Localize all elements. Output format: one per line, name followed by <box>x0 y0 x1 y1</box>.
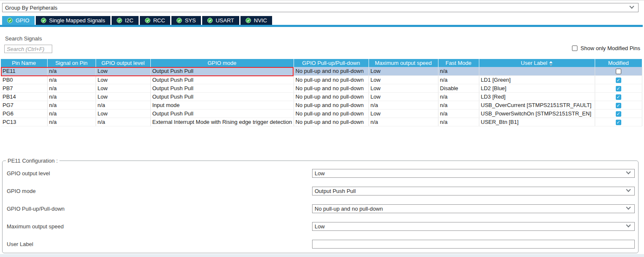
column-header-modified[interactable]: Modified <box>595 59 642 67</box>
cell-pin-name[interactable]: PB0 <box>1 75 47 84</box>
tab-sys[interactable]: SYS <box>171 16 201 25</box>
cell-gpio-pull-up-pull-down[interactable]: No pull-up and no pull-down <box>294 75 369 84</box>
cell-gpio-pull-up-pull-down[interactable]: No pull-up and no pull-down <box>294 101 369 109</box>
cell-user-label[interactable]: USB_PowerSwitchOn [STMPS2151STR_EN] <box>479 109 595 118</box>
show-only-modified-checkbox[interactable]: ✓ <box>572 46 577 51</box>
table-row-pb14[interactable]: PB14n/aLowOutput Push PullNo pull-up and… <box>1 92 642 101</box>
group-by-dropdown[interactable]: Group By Peripherals <box>2 3 639 12</box>
cell-user-label[interactable]: USB_OverCurrent [STMPS2151STR_FAULT] <box>479 101 595 109</box>
cell-user-label[interactable]: LD3 [Red] <box>479 92 595 101</box>
modified-checkbox[interactable]: ✓ <box>616 78 621 83</box>
table-row-pg6[interactable]: PG6n/aLowOutput Push PullNo pull-up and … <box>1 109 642 118</box>
search-signals-label: Search Signals <box>5 35 42 42</box>
cell-gpio-output-level[interactable]: n/a <box>96 101 150 109</box>
cell-signal-on-pin[interactable]: n/a <box>47 109 96 118</box>
cell-user-label[interactable]: LD2 [Blue] <box>479 84 595 92</box>
modified-checkbox[interactable]: ✓ <box>616 111 621 117</box>
cell-user-label[interactable]: USER_Btn [B1] <box>479 118 595 126</box>
tab-rcc[interactable]: RCC <box>140 16 170 25</box>
tab-nvic[interactable]: NVIC <box>240 16 272 25</box>
cell-pin-name[interactable]: PB7 <box>1 84 47 92</box>
cell-pin-name[interactable]: PB14 <box>1 92 47 101</box>
cell-pin-name[interactable]: PE11 <box>1 67 47 75</box>
cell-maximum-output-speed[interactable]: Low <box>369 75 438 84</box>
tab-single-mapped-signals[interactable]: Single Mapped Signals <box>36 16 110 25</box>
cell-gpio-mode[interactable]: Output Push Pull <box>150 109 294 118</box>
cell-fast-mode[interactable]: n/a <box>438 118 479 126</box>
config-dropdown-gpio-mode[interactable]: Output Push Pull <box>312 187 635 195</box>
config-dropdown-gpio-output-level[interactable]: Low <box>312 169 635 178</box>
cell-fast-mode[interactable]: n/a <box>438 75 479 84</box>
column-header-user-label[interactable]: User Label <box>479 59 595 67</box>
cell-pin-name[interactable]: PG7 <box>1 101 47 109</box>
config-label-gpio-pull-up-pull-down: GPIO Pull-up/Pull-down <box>7 206 312 212</box>
column-header-gpio-pull-up-pull-down[interactable]: GPIO Pull-up/Pull-down <box>294 59 369 67</box>
cell-gpio-pull-up-pull-down[interactable]: No pull-up and no pull-down <box>294 92 369 101</box>
cell-fast-mode[interactable]: n/a <box>438 101 479 109</box>
table-row-pb7[interactable]: PB7n/aLowOutput Push PullNo pull-up and … <box>1 84 642 92</box>
search-input[interactable] <box>4 45 52 53</box>
show-only-modified-filter[interactable]: ✓ Show only Modified Pins <box>572 45 640 51</box>
table-row-pc13[interactable]: PC13n/an/aExternal Interrupt Mode with R… <box>1 118 642 126</box>
cell-fast-mode[interactable]: n/a <box>438 109 479 118</box>
tab-usart[interactable]: USART <box>202 16 239 25</box>
cell-pin-name[interactable]: PC13 <box>1 118 47 126</box>
cell-maximum-output-speed[interactable]: Low <box>369 67 438 75</box>
cell-gpio-mode[interactable]: Input mode <box>150 101 294 109</box>
cell-user-label[interactable] <box>479 67 595 75</box>
cell-maximum-output-speed[interactable]: Low <box>369 84 438 92</box>
cell-gpio-mode[interactable]: Output Push Pull <box>150 67 294 75</box>
cell-user-label[interactable]: LD1 [Green] <box>479 75 595 84</box>
cell-fast-mode[interactable]: n/a <box>438 67 479 75</box>
table-row-pe11[interactable]: PE11n/aLowOutput Push PullNo pull-up and… <box>1 67 642 75</box>
cell-gpio-mode[interactable]: External Interrupt Mode with Rising edge… <box>150 118 294 126</box>
cell-gpio-output-level[interactable]: Low <box>96 109 150 118</box>
modified-checkbox[interactable]: ✓ <box>616 103 621 108</box>
cell-gpio-output-level[interactable]: Low <box>96 92 150 101</box>
cell-gpio-pull-up-pull-down[interactable]: No pull-up and no pull-down <box>294 67 369 75</box>
cell-signal-on-pin[interactable]: n/a <box>47 67 96 75</box>
modified-checkbox[interactable]: ✓ <box>616 86 621 91</box>
cell-gpio-mode[interactable]: Output Push Pull <box>150 92 294 101</box>
cell-gpio-output-level[interactable]: n/a <box>96 118 150 126</box>
cell-gpio-pull-up-pull-down[interactable]: No pull-up and no pull-down <box>294 84 369 92</box>
column-header-maximum-output-speed[interactable]: Maximum output speed <box>369 59 438 67</box>
cell-signal-on-pin[interactable]: n/a <box>47 84 96 92</box>
cell-maximum-output-speed[interactable]: Low <box>369 92 438 101</box>
column-header-gpio-mode[interactable]: GPIO mode <box>150 59 294 67</box>
cell-maximum-output-speed[interactable]: Low <box>369 109 438 118</box>
column-header-fast-mode[interactable]: Fast Mode <box>438 59 479 67</box>
group-by-value: Group By Peripherals <box>5 5 57 11</box>
modified-checkbox[interactable]: ✓ <box>616 94 621 100</box>
config-dropdown-maximum-output-speed[interactable]: Low <box>312 222 635 231</box>
user-label-input[interactable] <box>315 241 624 247</box>
column-header-pin-name[interactable]: Pin Name <box>1 59 47 67</box>
cell-fast-mode[interactable]: Disable <box>438 84 479 92</box>
tab-i2c[interactable]: I2C <box>112 16 139 25</box>
tab-gpio[interactable]: GPIO <box>2 16 35 25</box>
cell-signal-on-pin[interactable]: n/a <box>47 92 96 101</box>
cell-signal-on-pin[interactable]: n/a <box>47 75 96 84</box>
cell-maximum-output-speed[interactable]: n/a <box>369 118 438 126</box>
cell-maximum-output-speed[interactable]: n/a <box>369 101 438 109</box>
check-icon <box>117 18 122 23</box>
cell-gpio-pull-up-pull-down[interactable]: No pull-up and no pull-down <box>294 109 369 118</box>
modified-checkbox[interactable]: ✓ <box>616 69 621 74</box>
cell-gpio-output-level[interactable]: Low <box>96 75 150 84</box>
config-dropdown-gpio-pull-up-pull-down[interactable]: No pull-up and no pull-down <box>312 204 635 213</box>
cell-signal-on-pin[interactable]: n/a <box>47 118 96 126</box>
column-header-signal-on-pin[interactable]: Signal on Pin <box>47 59 96 67</box>
cell-gpio-output-level[interactable]: Low <box>96 67 150 75</box>
modified-checkbox[interactable]: ✓ <box>616 120 621 125</box>
table-row-pg7[interactable]: PG7n/an/aInput modeNo pull-up and no pul… <box>1 101 642 109</box>
cell-pin-name[interactable]: PG6 <box>1 109 47 118</box>
cell-gpio-mode[interactable]: Output Push Pull <box>150 84 294 92</box>
cell-gpio-mode[interactable]: Output Push Pull <box>150 75 294 84</box>
config-input-user-label[interactable] <box>312 240 635 249</box>
cell-fast-mode[interactable]: n/a <box>438 92 479 101</box>
cell-gpio-pull-up-pull-down[interactable]: No pull-up and no pull-down <box>294 118 369 126</box>
table-row-pb0[interactable]: PB0n/aLowOutput Push PullNo pull-up and … <box>1 75 642 84</box>
cell-gpio-output-level[interactable]: Low <box>96 84 150 92</box>
column-header-gpio-output-level[interactable]: GPIO output level <box>96 59 150 67</box>
cell-signal-on-pin[interactable]: n/a <box>47 101 96 109</box>
